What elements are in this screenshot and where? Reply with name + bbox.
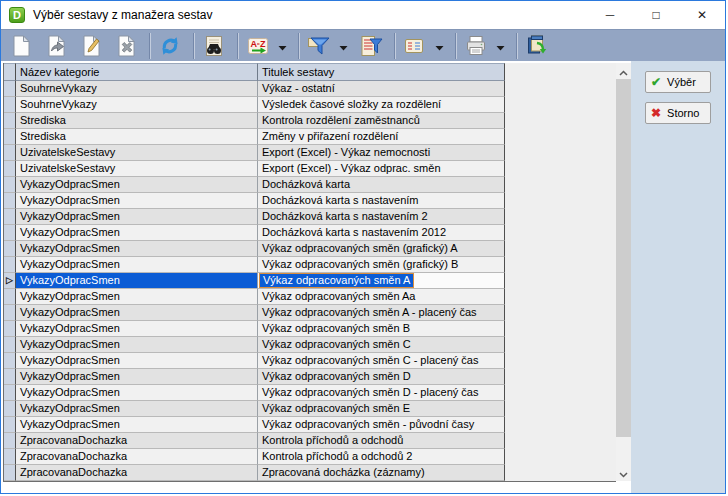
filter-dropdown-button[interactable] (337, 32, 350, 60)
table-row[interactable]: StrediskaZměny v přiřazení rozdělení (4, 129, 616, 145)
table-row[interactable]: SouhrneVykazyVýsledek časové složky za r… (4, 97, 616, 113)
category-cell[interactable]: VykazyOdpracSmen (16, 193, 258, 209)
row-selector-cell[interactable] (4, 145, 16, 161)
new-report-button[interactable] (7, 32, 35, 60)
category-cell[interactable]: VykazyOdpracSmen (16, 209, 258, 225)
title-cell[interactable]: Výkaz odpracovaných směn E (258, 401, 505, 417)
row-selector-cell[interactable] (4, 193, 16, 209)
title-cell[interactable]: Export (Excel) - Výkaz nemocnosti (258, 145, 505, 161)
table-row[interactable]: VykazyOdpracSmenVýkaz odpracovaných směn… (4, 321, 616, 337)
table-row[interactable]: VykazyOdpracSmenVýkaz odpracovaných směn… (4, 257, 616, 273)
category-cell[interactable]: VykazyOdpracSmen (16, 385, 258, 401)
table-row[interactable]: VykazyOdpracSmenVýkaz odpracovaných směn… (4, 401, 616, 417)
category-cell[interactable]: ZpracovanaDochazka (16, 449, 258, 465)
title-cell[interactable]: Výkaz - ostatní (258, 81, 505, 97)
title-cell[interactable]: Výkaz odpracovaných směn (grafický) A (258, 241, 505, 257)
sort-az-button[interactable]: AZ (244, 32, 272, 60)
cancel-button[interactable]: ✖Storno (645, 102, 711, 124)
export-button[interactable] (523, 32, 551, 60)
category-cell[interactable]: Strediska (16, 113, 258, 129)
column-header-2[interactable]: Titulek sestavy (258, 63, 505, 81)
row-selector-cell[interactable] (4, 177, 16, 193)
scrollbar-thumb[interactable] (616, 79, 631, 437)
columns-dropdown-button[interactable] (433, 32, 446, 60)
title-cell[interactable]: Výkaz odpracovaných směn A (258, 273, 505, 289)
title-cell[interactable]: Kontrola příchodů a odchodů 2 (258, 449, 505, 465)
maximize-button[interactable]: □ (633, 1, 679, 29)
row-selector-cell[interactable] (4, 321, 16, 337)
title-cell[interactable]: Výkaz odpracovaných směn Aa (258, 289, 505, 305)
row-selector-cell[interactable] (4, 129, 16, 145)
print-dropdown-button[interactable] (494, 32, 507, 60)
row-selector-cell[interactable]: ▷ (4, 273, 16, 289)
title-cell[interactable]: Výkaz odpracovaných směn (grafický) B (258, 257, 505, 273)
category-cell[interactable]: VykazyOdpracSmen (16, 273, 258, 289)
category-cell[interactable]: VykazyOdpracSmen (16, 289, 258, 305)
table-row[interactable]: ZpracovanaDochazkaZpracovaná docházka (z… (4, 465, 616, 481)
category-cell[interactable]: VykazyOdpracSmen (16, 305, 258, 321)
minimize-button[interactable]: ─ (587, 1, 633, 29)
row-selector-cell[interactable] (4, 433, 16, 449)
row-selector-cell[interactable] (4, 257, 16, 273)
category-cell[interactable]: VykazyOdpracSmen (16, 369, 258, 385)
table-row[interactable]: VykazyOdpracSmenVýkaz odpracovaných směn… (4, 289, 616, 305)
row-selector-cell[interactable] (4, 385, 16, 401)
title-cell[interactable]: Výkaz odpracovaných směn C - placený čas (258, 353, 505, 369)
title-cell[interactable]: Výsledek časové složky za rozdělení (258, 97, 505, 113)
table-row[interactable]: VykazyOdpracSmenVýkaz odpracovaných směn… (4, 369, 616, 385)
row-selector-cell[interactable] (4, 465, 16, 481)
row-selector-cell[interactable] (4, 113, 16, 129)
row-selector-cell[interactable] (4, 369, 16, 385)
table-row[interactable]: VykazyOdpracSmenDocházková karta s nasta… (4, 225, 616, 241)
table-row[interactable]: ▷VykazyOdpracSmenVýkaz odpracovaných smě… (4, 273, 616, 289)
category-cell[interactable]: ZpracovanaDochazka (16, 433, 258, 449)
category-cell[interactable]: UzivatelskeSestavy (16, 161, 258, 177)
delete-report-button[interactable] (112, 32, 140, 60)
column-header-1[interactable]: Název kategorie (16, 63, 258, 81)
table-row[interactable]: VykazyOdpracSmenVýkaz odpracovaných směn… (4, 417, 616, 433)
row-selector-cell[interactable] (4, 225, 16, 241)
row-selector-cell[interactable] (4, 209, 16, 225)
filter-settings-button[interactable] (357, 32, 385, 60)
title-cell[interactable]: Docházková karta s nastavením 2 (258, 209, 505, 225)
category-cell[interactable]: VykazyOdpracSmen (16, 177, 258, 193)
edit-report-button[interactable] (77, 32, 105, 60)
table-row[interactable]: VykazyOdpracSmenVýkaz odpracovaných směn… (4, 385, 616, 401)
title-cell[interactable]: Export (Excel) - Výkaz odprac. směn (258, 161, 505, 177)
category-cell[interactable]: VykazyOdpracSmen (16, 321, 258, 337)
close-button[interactable]: ✕ (679, 1, 725, 29)
table-row[interactable]: ZpracovanaDochazkaKontrola příchodů a od… (4, 449, 616, 465)
filter-button[interactable] (305, 32, 333, 60)
table-row[interactable]: UzivatelskeSestavyExport (Excel) - Výkaz… (4, 145, 616, 161)
row-selector-cell[interactable] (4, 417, 16, 433)
category-cell[interactable]: VykazyOdpracSmen (16, 401, 258, 417)
table-row[interactable]: StrediskaKontrola rozdělení zaměstnanců (4, 113, 616, 129)
row-selector-cell[interactable] (4, 81, 16, 97)
category-cell[interactable]: ZpracovanaDochazka (16, 465, 258, 481)
title-cell[interactable]: Změny v přiřazení rozdělení (258, 129, 505, 145)
columns-button[interactable] (401, 32, 429, 60)
find-button[interactable] (200, 32, 228, 60)
table-row[interactable]: UzivatelskeSestavyExport (Excel) - Výkaz… (4, 161, 616, 177)
table-row[interactable]: VykazyOdpracSmenVýkaz odpracovaných směn… (4, 337, 616, 353)
row-selector-cell[interactable] (4, 401, 16, 417)
vertical-scrollbar[interactable] (616, 63, 631, 481)
table-row[interactable]: VykazyOdpracSmenDocházková karta s nasta… (4, 193, 616, 209)
title-cell[interactable]: Výkaz odpracovaných směn - původní časy (258, 417, 505, 433)
title-cell[interactable]: Docházková karta s nastavením (258, 193, 505, 209)
table-row[interactable]: SouhrneVykazyVýkaz - ostatní (4, 81, 616, 97)
scroll-up-button[interactable] (616, 63, 631, 79)
table-row[interactable]: ZpracovanaDochazkaKontrola příchodů a od… (4, 433, 616, 449)
category-cell[interactable]: VykazyOdpracSmen (16, 257, 258, 273)
title-cell[interactable]: Zpracovaná docházka (záznamy) (258, 465, 505, 481)
title-cell[interactable]: Kontrola příchodů a odchodů (258, 433, 505, 449)
row-selector-cell[interactable] (4, 353, 16, 369)
title-cell[interactable]: Výkaz odpracovaných směn D (258, 369, 505, 385)
category-cell[interactable]: SouhrneVykazy (16, 97, 258, 113)
row-selector-cell[interactable] (4, 305, 16, 321)
row-selector-cell[interactable] (4, 289, 16, 305)
table-row[interactable]: VykazyOdpracSmenVýkaz odpracovaných směn… (4, 241, 616, 257)
category-cell[interactable]: VykazyOdpracSmen (16, 353, 258, 369)
table-row[interactable]: VykazyOdpracSmenVýkaz odpracovaných směn… (4, 305, 616, 321)
row-selector-cell[interactable] (4, 241, 16, 257)
